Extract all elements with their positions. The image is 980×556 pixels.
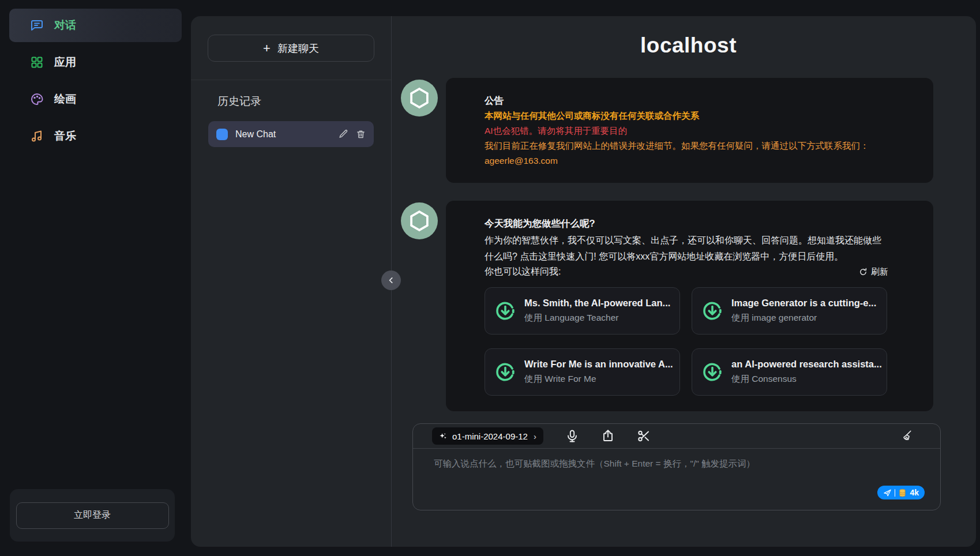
music-note-icon: [30, 129, 44, 143]
download-circle-icon: [494, 300, 516, 322]
suggestion-title: Image Generator is a cutting-e...: [731, 298, 876, 309]
apps-grid-icon: [30, 55, 44, 69]
send-icon: [883, 489, 892, 497]
palette-icon: [30, 92, 44, 106]
suggestion-grid: Ms. Smith, the AI-powered Lan... 使用 Lang…: [485, 287, 888, 396]
suggestion-subtitle: 使用 Consensus: [731, 373, 877, 385]
suggestion-card[interactable]: Write For Me is an innovative A... 使用 Wr…: [485, 348, 680, 396]
welcome-body: 作为你的智慧伙伴，我不仅可以写文案、出点子，还可以和你聊天、回答问题。想知道我还…: [485, 232, 888, 265]
suggestion-subtitle: 使用 Write For Me: [524, 373, 670, 385]
chat-bubble-icon: [30, 18, 44, 32]
content-panel: + 新建聊天 历史记录 New Chat: [191, 16, 976, 547]
divider: [191, 80, 391, 80]
page-title: localhost: [401, 31, 976, 60]
history-heading: 历史记录: [217, 94, 391, 109]
delete-icon[interactable]: [356, 129, 366, 139]
token-count: 4k: [910, 488, 919, 497]
sidebar-nav: 对话 应用 绘画: [0, 0, 191, 153]
sidebar: 对话 应用 绘画: [0, 0, 191, 556]
refresh-button[interactable]: 刷新: [859, 266, 888, 277]
announcement-bubble: 公告 本网站与任何其他公司或商标没有任何关联或合作关系 AI也会犯错。请勿将其用…: [446, 78, 933, 183]
sparkle-icon: [439, 432, 448, 441]
ask-line: 你也可以这样问我:: [485, 266, 561, 278]
plus-icon: +: [263, 42, 271, 55]
announcement-message: 公告 本网站与任何其他公司或商标没有任何关联或合作关系 AI也会犯错。请勿将其用…: [401, 78, 976, 183]
divider: [895, 489, 896, 497]
suggestion-title: Ms. Smith, the AI-powered Lan...: [524, 298, 670, 309]
clear-broom-button[interactable]: [900, 430, 913, 442]
chat-history-item[interactable]: New Chat: [208, 121, 374, 147]
welcome-bubble: 今天我能为您做些什么呢? 作为你的智慧伙伴，我不仅可以写文案、出点子，还可以和你…: [446, 201, 933, 411]
announcement-heading: 公告: [485, 93, 888, 107]
sidebar-item-apps[interactable]: 应用: [9, 46, 182, 79]
openai-logo-icon: [407, 85, 432, 111]
refresh-icon: [859, 268, 868, 276]
coin-icon: [898, 489, 907, 497]
edit-icon[interactable]: [339, 129, 348, 139]
upload-button[interactable]: [601, 429, 615, 443]
download-circle-icon: [494, 361, 516, 383]
openai-logo-icon: [407, 208, 432, 234]
chevron-right-icon: ›: [534, 431, 536, 441]
suggestion-card[interactable]: Ms. Smith, the AI-powered Lan... 使用 Lang…: [485, 287, 680, 335]
sidebar-item-label: 音乐: [54, 129, 76, 144]
send-token-badge[interactable]: 4k: [877, 486, 925, 499]
microphone-button[interactable]: [565, 429, 579, 443]
assistant-avatar: [401, 80, 438, 117]
suggestion-title: Write For Me is an innovative A...: [524, 359, 670, 370]
scissors-button[interactable]: [637, 429, 651, 443]
composer-toolbar: o1-mini-2024-09-12 ›: [413, 424, 940, 449]
download-circle-icon: [701, 361, 723, 383]
welcome-heading: 今天我能为您做些什么呢?: [485, 216, 888, 230]
assistant-avatar: [401, 202, 438, 239]
ask-row: 你也可以这样问我: 刷新: [485, 266, 888, 278]
login-card: 立即登录: [10, 489, 175, 542]
chat-square-icon: [216, 129, 228, 140]
sidebar-item-paint[interactable]: 绘画: [9, 82, 182, 116]
suggestion-title: an AI-powered research assista...: [731, 359, 877, 370]
welcome-message: 今天我能为您做些什么呢? 作为你的智慧伙伴，我不仅可以写文案、出点子，还可以和你…: [401, 201, 976, 411]
login-button[interactable]: 立即登录: [16, 502, 169, 529]
new-chat-label: 新建聊天: [277, 42, 319, 55]
sidebar-item-music[interactable]: 音乐: [9, 119, 182, 153]
model-selector[interactable]: o1-mini-2024-09-12 ›: [432, 427, 543, 445]
sidebar-item-label: 对话: [54, 18, 76, 33]
announcement-email[interactable]: ageerle@163.com: [485, 154, 888, 167]
chat-item-title: New Chat: [235, 129, 331, 140]
model-label: o1-mini-2024-09-12: [452, 431, 528, 441]
history-panel: + 新建聊天 历史记录 New Chat: [191, 16, 391, 547]
download-circle-icon: [701, 300, 723, 322]
sidebar-item-label: 绘画: [54, 92, 76, 107]
suggestion-texts: an AI-powered research assista... 使用 Con…: [731, 359, 877, 385]
chat-main: localhost 公告 本网站与任何其他公司或商标没有任何关联或合作关系: [392, 16, 976, 547]
suggestion-subtitle: 使用 Language Teacher: [524, 312, 670, 324]
announcement-line: 本网站与任何其他公司或商标没有任何关联或合作关系: [485, 109, 888, 122]
chat-app-window: 对话 应用 绘画: [0, 0, 980, 556]
new-chat-button[interactable]: + 新建聊天: [208, 35, 374, 62]
composer: o1-mini-2024-09-12 ›: [412, 423, 941, 510]
suggestion-card[interactable]: Image Generator is a cutting-e... 使用 ima…: [692, 287, 887, 335]
announcement-line: AI也会犯错。请勿将其用于重要目的: [485, 124, 888, 137]
suggestion-texts: Ms. Smith, the AI-powered Lan... 使用 Lang…: [524, 298, 670, 324]
suggestion-card[interactable]: an AI-powered research assista... 使用 Con…: [692, 348, 887, 396]
suggestion-subtitle: 使用 image generator: [731, 312, 876, 324]
announcement-line: 我们目前正在修复我们网站上的错误并改进细节。如果您有任何疑问，请通过以下方式联系…: [485, 139, 888, 152]
sidebar-item-chat[interactable]: 对话: [9, 9, 182, 42]
suggestion-texts: Write For Me is an innovative A... 使用 Wr…: [524, 359, 670, 385]
refresh-label: 刷新: [871, 266, 888, 277]
suggestion-texts: Image Generator is a cutting-e... 使用 ima…: [731, 298, 876, 324]
chat-item-actions: [339, 129, 366, 139]
sidebar-item-label: 应用: [54, 55, 76, 70]
message-input[interactable]: [413, 449, 940, 509]
